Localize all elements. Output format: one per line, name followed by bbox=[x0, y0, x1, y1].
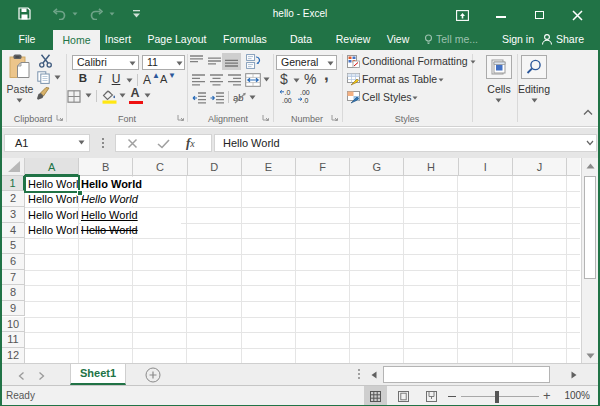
svg-text:.0: .0 bbox=[303, 97, 309, 104]
svg-text:.00: .00 bbox=[282, 97, 292, 104]
svg-text:.0: .0 bbox=[285, 89, 291, 96]
svg-text:.00: .00 bbox=[300, 89, 310, 96]
